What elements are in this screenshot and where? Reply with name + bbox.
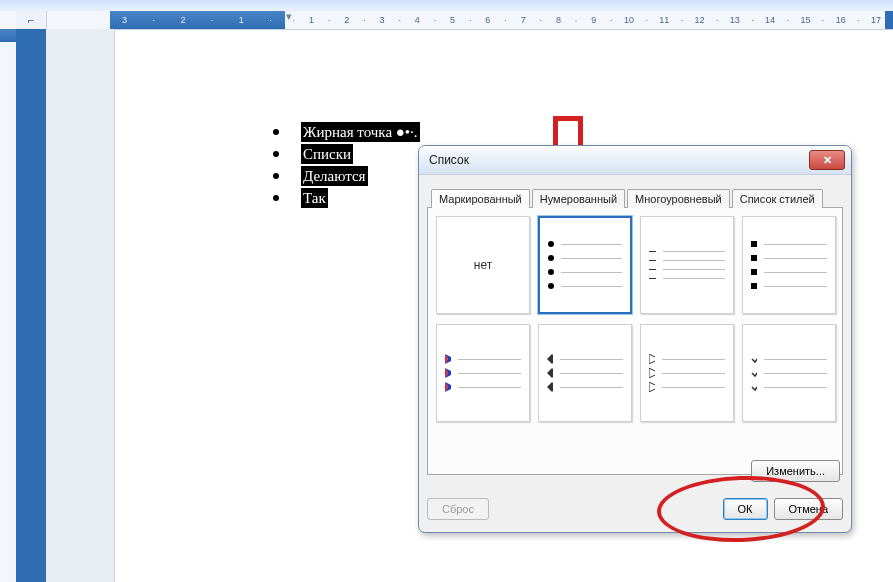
ruler-tick: · bbox=[814, 15, 832, 25]
ruler-tick: · bbox=[391, 15, 409, 25]
list-item-text: Делаются bbox=[301, 166, 368, 186]
tab-numbered[interactable]: Нумерованный bbox=[532, 189, 625, 208]
list-item-text: Жирная точка ●•∙. bbox=[301, 122, 420, 142]
preset-line bbox=[548, 269, 622, 275]
ruler-tick: 7 bbox=[514, 15, 532, 25]
ruler-tick: 3 bbox=[373, 15, 391, 25]
document-bullet-list[interactable]: Жирная точка ●•∙.СпискиДелаютсяТак bbox=[273, 120, 420, 210]
svg-marker-8 bbox=[547, 382, 553, 392]
cancel-button[interactable]: Отмена bbox=[774, 498, 843, 520]
horizontal-ruler[interactable]: ⌐ 3·2·1· ·1·2·3·4·5·6·7·8·9·10·11·12·13·… bbox=[0, 11, 893, 30]
list-item-text: Списки bbox=[301, 144, 353, 164]
svg-marker-6 bbox=[547, 354, 553, 364]
ruler-tick: 14 bbox=[761, 15, 779, 25]
list-dialog: Список ✕ Маркированный Нумерованный Мног… bbox=[418, 145, 852, 533]
tab-panel: нет bbox=[427, 207, 843, 475]
bullet-preset-sq[interactable] bbox=[742, 216, 836, 314]
ruler-tick: · bbox=[638, 15, 656, 25]
ruler-tick: 3 bbox=[110, 15, 139, 25]
bullet-preset-check[interactable] bbox=[742, 324, 836, 422]
ruler-tick: 13 bbox=[726, 15, 744, 25]
ruler-tick: 10 bbox=[620, 15, 638, 25]
preset-line bbox=[548, 283, 622, 289]
ruler-tick: 6 bbox=[479, 15, 497, 25]
reset-button[interactable]: Сброс bbox=[427, 498, 489, 520]
preset-none-label: нет bbox=[474, 258, 492, 272]
dialog-title: Список bbox=[429, 153, 809, 167]
list-item-text: Так bbox=[301, 188, 328, 208]
preset-line bbox=[751, 269, 827, 275]
preset-line bbox=[547, 384, 623, 390]
bullet-preset-arrowc[interactable] bbox=[436, 324, 530, 422]
indent-marker-icon[interactable]: ▾ bbox=[286, 10, 292, 23]
preset-line bbox=[548, 255, 622, 261]
preset-line bbox=[649, 260, 725, 261]
ruler-tick: · bbox=[139, 15, 168, 25]
ok-button[interactable]: ОК bbox=[723, 498, 768, 520]
ruler-tick: 5 bbox=[444, 15, 462, 25]
svg-marker-7 bbox=[547, 368, 553, 378]
bullet-preset-clover[interactable] bbox=[538, 324, 632, 422]
tab-bulleted[interactable]: Маркированный bbox=[431, 189, 530, 208]
ruler-tick: · bbox=[256, 15, 285, 25]
preset-line bbox=[649, 251, 725, 252]
list-item[interactable]: Делаются bbox=[273, 166, 420, 186]
ruler-tick: 4 bbox=[408, 15, 426, 25]
ruler-tick: 1 bbox=[303, 15, 321, 25]
svg-marker-11 bbox=[649, 382, 655, 392]
preset-line bbox=[445, 384, 521, 390]
ruler-tick: 12 bbox=[691, 15, 709, 25]
vertical-ruler[interactable] bbox=[0, 29, 17, 582]
preset-line bbox=[649, 269, 725, 270]
preset-line bbox=[649, 278, 725, 279]
bullet-icon bbox=[273, 129, 279, 135]
ruler-tick: 11 bbox=[655, 15, 673, 25]
ruler-tick: 8 bbox=[550, 15, 568, 25]
vertical-ruler-margin bbox=[16, 29, 46, 582]
preset-line bbox=[751, 384, 827, 390]
ruler-tick: · bbox=[708, 15, 726, 25]
ruler-tick: · bbox=[603, 15, 621, 25]
preset-line bbox=[649, 356, 725, 362]
bullet-preset-none[interactable]: нет bbox=[436, 216, 530, 314]
modify-button[interactable]: Изменить... bbox=[751, 460, 840, 482]
ruler-tick: · bbox=[356, 15, 374, 25]
preset-line bbox=[751, 283, 827, 289]
preset-line bbox=[547, 356, 623, 362]
tab-strip: Маркированный Нумерованный Многоуровневы… bbox=[431, 188, 843, 207]
ruler-tick: 15 bbox=[797, 15, 815, 25]
ruler-tick: 16 bbox=[832, 15, 850, 25]
list-item[interactable]: Списки bbox=[273, 144, 420, 164]
list-item[interactable]: Жирная точка ●•∙. bbox=[273, 122, 420, 142]
list-item[interactable]: Так bbox=[273, 188, 420, 208]
ruler-tick: · bbox=[461, 15, 479, 25]
bullet-preset-tri[interactable] bbox=[640, 324, 734, 422]
preset-line bbox=[445, 356, 521, 362]
ruler-tick: 9 bbox=[585, 15, 603, 25]
ruler-tick: · bbox=[673, 15, 691, 25]
ruler-tick: · bbox=[320, 15, 338, 25]
bullet-icon bbox=[273, 195, 279, 201]
tab-styles-list[interactable]: Список стилей bbox=[732, 189, 823, 208]
svg-marker-10 bbox=[649, 368, 655, 378]
bullet-icon bbox=[273, 151, 279, 157]
ruler-tick: · bbox=[426, 15, 444, 25]
tab-multilevel[interactable]: Многоуровневый bbox=[627, 189, 730, 208]
preset-line bbox=[751, 370, 827, 376]
ruler-tick: 17 bbox=[867, 15, 885, 25]
ruler-corner: ⌐ bbox=[16, 11, 47, 29]
svg-marker-9 bbox=[649, 354, 655, 364]
ruler-tick: · bbox=[532, 15, 550, 25]
ruler-tick: · bbox=[198, 15, 227, 25]
preset-line bbox=[547, 370, 623, 376]
ruler-tick: · bbox=[744, 15, 762, 25]
close-button[interactable]: ✕ bbox=[809, 150, 845, 170]
bullet-icon bbox=[273, 173, 279, 179]
bullet-preset-disc[interactable] bbox=[538, 216, 632, 314]
preset-line bbox=[548, 241, 622, 247]
ruler-tick: 1 bbox=[227, 15, 256, 25]
preset-line bbox=[751, 356, 827, 362]
bullet-preset-dash[interactable] bbox=[640, 216, 734, 314]
preset-line bbox=[445, 370, 521, 376]
ruler-tick: · bbox=[497, 15, 515, 25]
